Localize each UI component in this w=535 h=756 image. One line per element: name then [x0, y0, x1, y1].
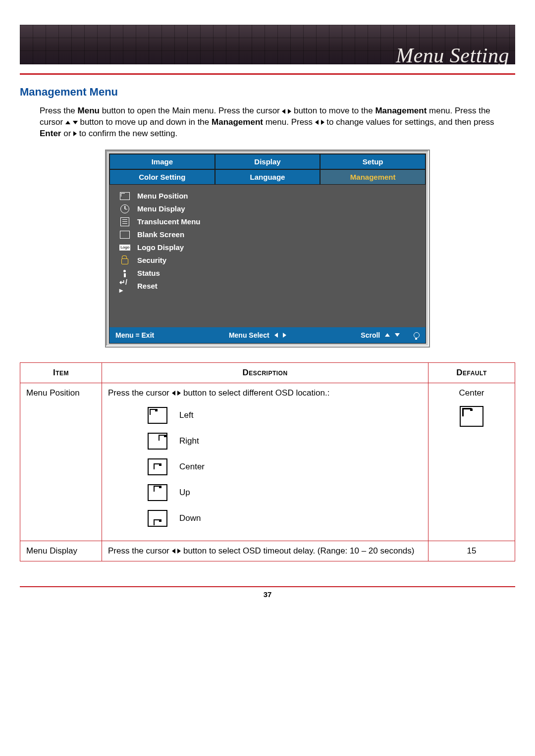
up-arrow-icon [385, 333, 390, 337]
osd-item-label: Reset [137, 282, 158, 290]
down-arrow-icon [73, 121, 78, 124]
table-row: Menu Position Press the cursor button to… [20, 383, 515, 541]
text-bold: Enter [40, 129, 61, 138]
text-bold: Menu [78, 106, 100, 115]
option-label: Left [179, 410, 193, 420]
spec-table: Item Description Default Menu Position P… [20, 362, 515, 561]
position-left-icon [148, 407, 167, 424]
osd-tab-image: Image [109, 154, 215, 169]
text: button to move up and down in the [78, 117, 212, 127]
option-label: Center [179, 462, 205, 472]
header-band: Menu Setting [20, 25, 515, 64]
osd-item: Menu Position [116, 190, 426, 202]
bulb-icon [414, 332, 420, 338]
col-header-item: Item [20, 362, 102, 383]
col-header-default: Default [428, 362, 515, 383]
option-label: Right [179, 436, 199, 446]
position-right-icon [148, 433, 167, 450]
osd-tab-setup: Setup [320, 154, 426, 169]
text-bold: Management [212, 117, 263, 127]
table-header-row: Item Description Default [20, 362, 515, 383]
text: menu. Press [263, 117, 315, 127]
option-row: Up [148, 484, 422, 501]
text: button to select different OSD location.… [181, 388, 329, 398]
osd-item-label: Security [137, 256, 166, 264]
text: or [61, 129, 73, 138]
osd-item: Status [116, 267, 426, 280]
osd-footer: Menu = Exit Menu Select Scroll [109, 327, 426, 343]
option-label: Up [179, 488, 190, 498]
header-rule [20, 73, 515, 75]
info-icon [119, 269, 130, 278]
reset-icon: ↵/▸ [119, 282, 130, 291]
default-label: Center [434, 388, 509, 398]
document-icon [119, 217, 130, 226]
header-title: Menu Setting [396, 44, 509, 64]
text-bold: Management [375, 106, 427, 115]
osd-item-label: Translucent Menu [137, 217, 201, 226]
cell-item: Menu Position [20, 383, 102, 541]
osd-tab-row-1: Image Display Setup [109, 154, 426, 169]
col-header-description: Description [102, 362, 428, 383]
left-arrow-icon [315, 120, 319, 125]
right-arrow-icon [321, 120, 324, 125]
osd-item-label: Menu Display [137, 204, 185, 213]
osd-item-label: Logo Display [137, 243, 184, 252]
cell-default: 15 [428, 541, 515, 561]
osd-tab-management: Management [320, 169, 426, 185]
blank-screen-icon [119, 230, 130, 239]
option-row: Down [148, 510, 422, 527]
section-title: Management Menu [20, 86, 515, 99]
text: Press the cursor [108, 388, 172, 398]
osd-body: Menu Position Menu Display Translucent M… [109, 185, 426, 327]
down-arrow-icon [395, 333, 400, 337]
option-row: Left [148, 407, 422, 424]
osd-footer-exit: Menu = Exit [115, 331, 154, 339]
osd-item: Menu Display [116, 202, 426, 215]
cell-description: Press the cursor button to select differ… [102, 383, 428, 541]
lock-icon [119, 256, 130, 265]
osd-tab-color-setting: Color Setting [109, 169, 215, 185]
osd-tab-display: Display [215, 154, 321, 169]
left-arrow-icon [274, 333, 278, 338]
osd-item: Security [116, 254, 426, 267]
option-row: Right [148, 433, 422, 450]
position-icon [119, 192, 130, 201]
footer-rule [20, 586, 515, 587]
left-arrow-icon [172, 391, 175, 396]
osd-tab-row-2: Color Setting Language Management [109, 169, 426, 185]
osd-footer-select: Menu Select [229, 331, 286, 339]
position-center-icon [148, 458, 167, 475]
cell-description: Press the cursor button to select OSD ti… [102, 541, 428, 561]
cell-item: Menu Display [20, 541, 102, 561]
osd-item-label: Menu Position [137, 192, 188, 200]
osd-item: Blank Screen [116, 228, 426, 241]
text: to change values for settings, and then … [324, 117, 494, 127]
position-down-icon [148, 510, 167, 527]
cell-default: Center [428, 383, 515, 541]
right-arrow-icon [73, 131, 77, 136]
option-label: Down [179, 513, 201, 523]
osd-item-label: Blank Screen [137, 230, 184, 239]
osd-tab-language: Language [215, 169, 321, 185]
osd-footer-scroll: Scroll [361, 331, 420, 339]
text: button to select OSD timeout delay. (Ran… [181, 546, 414, 555]
position-up-icon [148, 484, 167, 501]
text: button to move to the [291, 106, 375, 115]
osd-item: LogoLogo Display [116, 241, 426, 254]
right-arrow-icon [283, 333, 286, 338]
intro-paragraph: Press the Menu button to open the Main m… [40, 105, 515, 140]
up-arrow-icon [65, 121, 70, 124]
text: to confirm the new setting. [77, 129, 177, 138]
left-arrow-icon [282, 109, 285, 114]
page-number: 37 [20, 590, 515, 599]
text: Press the [40, 106, 78, 115]
text: button to open the Main menu. Press the … [100, 106, 282, 115]
clock-icon [119, 204, 130, 213]
osd-item: Translucent Menu [116, 215, 426, 228]
position-center-icon [460, 406, 483, 427]
table-row: Menu Display Press the cursor button to … [20, 541, 515, 561]
osd-screenshot: Image Display Setup Color Setting Langua… [105, 150, 430, 348]
logo-icon: Logo [119, 243, 130, 252]
option-row: Center [148, 458, 422, 475]
